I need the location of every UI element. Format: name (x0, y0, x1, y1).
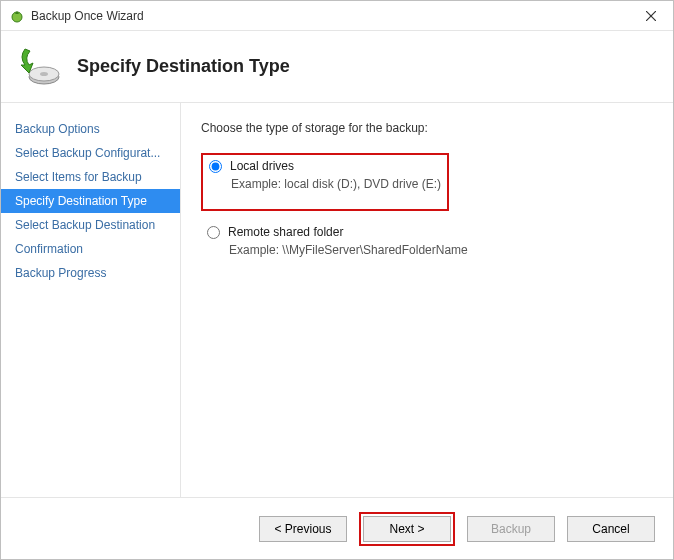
next-button[interactable]: Next > (363, 516, 451, 542)
sidebar-item-select-backup-config[interactable]: Select Backup Configurat... (1, 141, 180, 165)
backup-icon (15, 43, 63, 91)
wizard-content: Choose the type of storage for the backu… (181, 103, 673, 497)
sidebar-item-specify-destination-type[interactable]: Specify Destination Type (1, 189, 180, 213)
radio-local-drives-input[interactable] (209, 160, 222, 173)
example-remote-folder: Example: \\MyFileServer\SharedFolderName (229, 243, 647, 257)
wizard-steps-sidebar: Backup Options Select Backup Configurat.… (1, 103, 181, 497)
svg-point-5 (40, 72, 48, 76)
example-local-drives: Example: local disk (D:), DVD drive (E:) (231, 177, 441, 191)
window-title: Backup Once Wizard (31, 9, 629, 23)
option-remote-folder: Remote shared folder Example: \\MyFileSe… (201, 221, 653, 261)
sidebar-item-backup-options[interactable]: Backup Options (1, 117, 180, 141)
backup-button: Backup (467, 516, 555, 542)
wizard-footer: < Previous Next > Backup Cancel (1, 497, 673, 559)
radio-local-drives[interactable]: Local drives (209, 159, 441, 173)
radio-remote-folder[interactable]: Remote shared folder (207, 225, 647, 239)
titlebar: Backup Once Wizard (1, 1, 673, 31)
sidebar-item-select-items[interactable]: Select Items for Backup (1, 165, 180, 189)
radio-local-drives-label: Local drives (230, 159, 294, 173)
close-button[interactable] (629, 1, 673, 31)
next-button-highlight: Next > (359, 512, 455, 546)
previous-button[interactable]: < Previous (259, 516, 347, 542)
wizard-header: Specify Destination Type (1, 31, 673, 103)
sidebar-item-backup-progress[interactable]: Backup Progress (1, 261, 180, 285)
option-local-drives: Local drives Example: local disk (D:), D… (203, 155, 447, 195)
content-prompt: Choose the type of storage for the backu… (201, 121, 653, 135)
window-icon (9, 8, 25, 24)
radio-remote-folder-label: Remote shared folder (228, 225, 343, 239)
page-title: Specify Destination Type (77, 56, 290, 77)
radio-remote-folder-input[interactable] (207, 226, 220, 239)
sidebar-item-select-backup-destination[interactable]: Select Backup Destination (1, 213, 180, 237)
cancel-button[interactable]: Cancel (567, 516, 655, 542)
sidebar-item-confirmation[interactable]: Confirmation (1, 237, 180, 261)
